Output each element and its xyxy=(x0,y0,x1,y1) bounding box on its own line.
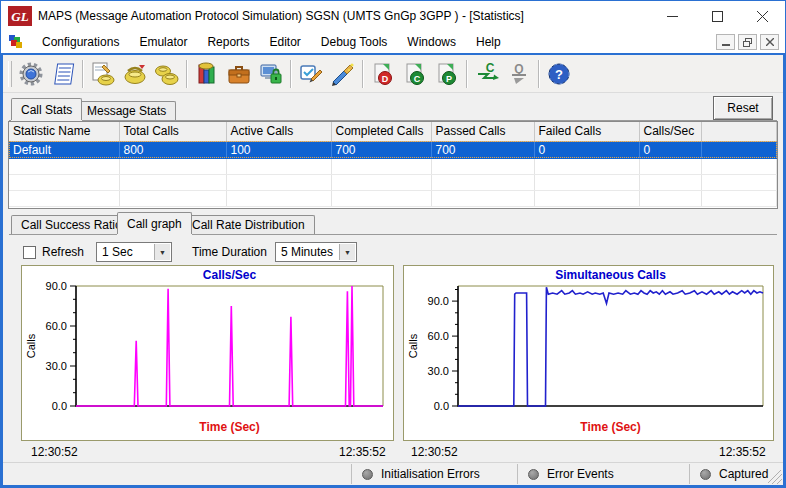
gl-logo-icon: GL xyxy=(8,6,32,26)
menu-emulator[interactable]: Emulator xyxy=(129,33,197,51)
mdi-close-button[interactable] xyxy=(760,34,779,50)
svg-text:P: P xyxy=(446,74,452,84)
calls-per-sec-chart: 0.030.060.090.0Calls/SecCallsTime (Sec) xyxy=(21,265,394,441)
tab-call-rate-distribution[interactable]: Call Rate Distribution xyxy=(182,215,315,234)
svg-text:0.0: 0.0 xyxy=(52,400,67,412)
call-generation-icon[interactable] xyxy=(119,58,151,90)
profiles-briefcase-icon[interactable] xyxy=(223,58,255,90)
svg-text:Simultaneous Calls: Simultaneous Calls xyxy=(555,268,666,282)
table-row-default[interactable]: Default 800 100 700 700 0 0 xyxy=(9,141,777,158)
empty-row xyxy=(9,158,777,174)
minimize-icon xyxy=(667,11,678,22)
continue-icon[interactable]: C xyxy=(471,58,503,90)
tab-message-stats[interactable]: Message Stats xyxy=(77,101,176,120)
maximize-icon xyxy=(712,11,723,22)
statistics-icon[interactable] xyxy=(191,58,223,90)
toolbar-separator xyxy=(82,60,84,88)
mdi-minimize-button[interactable] xyxy=(716,34,735,50)
status-bar: Initialisation Errors Error Events Captu… xyxy=(3,462,783,485)
menu-editor[interactable]: Editor xyxy=(259,33,310,51)
tab-call-graph[interactable]: Call graph xyxy=(117,212,192,234)
toolbar-separator xyxy=(466,60,468,88)
client-area: D C P C Q ? Call Stats Message Stats xyxy=(1,53,785,487)
mdi-minimize-icon xyxy=(722,38,730,46)
right-chart-end-time: 12:35:52 xyxy=(719,445,766,459)
call-stats-table: Statistic Name Total Calls Active Calls … xyxy=(8,121,778,209)
help-icon[interactable]: ? xyxy=(543,58,575,90)
right-chart-start-time: 12:30:52 xyxy=(411,445,458,459)
refresh-interval-select[interactable]: 1 Sec ▼ xyxy=(96,242,172,262)
simultaneous-calls-chart: 0.030.060.090.0Simultaneous CallsCallsTi… xyxy=(403,265,774,441)
script-verify-icon[interactable] xyxy=(295,58,327,90)
col-calls-per-sec[interactable]: Calls/Sec xyxy=(639,122,701,141)
svg-text:60.0: 60.0 xyxy=(46,320,67,332)
status-led-icon xyxy=(700,469,711,480)
menu-configurations[interactable]: Configurations xyxy=(32,33,129,51)
col-failed-calls[interactable]: Failed Calls xyxy=(534,122,639,141)
simultaneous-calls-plot: 0.030.060.090.0Simultaneous CallsCallsTi… xyxy=(404,266,773,440)
start-p-icon[interactable]: P xyxy=(431,58,463,90)
svg-text:C: C xyxy=(414,74,421,84)
svg-text:C: C xyxy=(486,61,495,75)
svg-text:Time (Sec): Time (Sec) xyxy=(580,420,640,434)
svg-text:90.0: 90.0 xyxy=(428,295,449,307)
svg-text:Q: Q xyxy=(514,62,523,76)
resize-grip[interactable] xyxy=(768,470,782,484)
tab-call-stats[interactable]: Call Stats xyxy=(11,98,82,120)
tab-call-success-ratio[interactable]: Call Success Ratio xyxy=(11,215,132,234)
time-duration-select[interactable]: 5 Minutes ▼ xyxy=(275,242,357,262)
col-statistic-name[interactable]: Statistic Name xyxy=(9,122,119,141)
start-c-icon[interactable]: C xyxy=(399,58,431,90)
close-icon xyxy=(757,11,768,22)
menu-reports[interactable]: Reports xyxy=(197,33,259,51)
toolbar-separator xyxy=(290,60,292,88)
graph-tab-strip: Call Success Ratio Call graph Call Rate … xyxy=(9,213,777,235)
mdi-restore-icon xyxy=(743,38,752,47)
script-wizard-icon[interactable] xyxy=(327,58,359,90)
mdi-restore-button[interactable] xyxy=(738,34,757,50)
profile-log-icon[interactable] xyxy=(47,58,79,90)
status-led-icon xyxy=(528,469,539,480)
menu-windows[interactable]: Windows xyxy=(397,33,466,51)
toolbar-grip xyxy=(8,61,12,87)
call-reception-icon[interactable] xyxy=(151,58,183,90)
minimize-button[interactable] xyxy=(650,1,695,31)
svg-text:?: ? xyxy=(555,67,563,82)
menu-help[interactable]: Help xyxy=(466,33,511,51)
status-initialisation-errors[interactable]: Initialisation Errors xyxy=(351,464,517,484)
menu-bar: Configurations Emulator Reports Editor D… xyxy=(1,31,785,53)
script-editor-icon[interactable] xyxy=(87,58,119,90)
stop-icon[interactable]: Q xyxy=(503,58,535,90)
empty-row xyxy=(9,190,777,206)
svg-text:D: D xyxy=(382,74,389,84)
left-chart-start-time: 12:30:52 xyxy=(31,445,78,459)
refresh-checkbox[interactable] xyxy=(23,246,36,259)
app-window: GL MAPS (Message Automation Protocol Sim… xyxy=(0,0,786,488)
refresh-label: Refresh xyxy=(42,245,84,259)
chevron-down-icon[interactable]: ▼ xyxy=(339,244,355,260)
close-button[interactable] xyxy=(740,1,785,31)
testbed-setup-icon[interactable] xyxy=(15,58,47,90)
toolbar: D C P C Q ? xyxy=(3,55,783,93)
svg-text:Calls/Sec: Calls/Sec xyxy=(203,268,257,282)
table-header-row: Statistic Name Total Calls Active Calls … xyxy=(9,122,777,141)
col-completed-calls[interactable]: Completed Calls xyxy=(331,122,431,141)
svg-text:60.0: 60.0 xyxy=(428,330,449,342)
window-title: MAPS (Message Automation Protocol Simula… xyxy=(38,9,524,23)
graph-controls: Refresh 1 Sec ▼ Time Duration 5 Minutes … xyxy=(13,239,773,265)
svg-text:30.0: 30.0 xyxy=(428,365,449,377)
col-total-calls[interactable]: Total Calls xyxy=(119,122,226,141)
reset-button[interactable]: Reset xyxy=(713,96,773,120)
status-error-events[interactable]: Error Events xyxy=(517,464,689,484)
col-passed-calls[interactable]: Passed Calls xyxy=(431,122,534,141)
svg-text:30.0: 30.0 xyxy=(46,360,67,372)
toolbar-separator xyxy=(362,60,364,88)
maximize-button[interactable] xyxy=(695,1,740,31)
calls-per-sec-plot: 0.030.060.090.0Calls/SecCallsTime (Sec) xyxy=(22,266,393,440)
chevron-down-icon[interactable]: ▼ xyxy=(154,244,170,260)
start-d-icon[interactable]: D xyxy=(367,58,399,90)
svg-text:Calls: Calls xyxy=(407,333,419,358)
remote-secure-icon[interactable] xyxy=(255,58,287,90)
col-active-calls[interactable]: Active Calls xyxy=(226,122,331,141)
menu-debug-tools[interactable]: Debug Tools xyxy=(311,33,398,51)
